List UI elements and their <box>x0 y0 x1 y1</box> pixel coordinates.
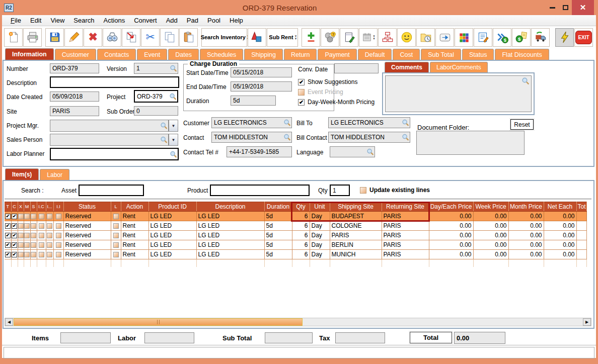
col-i1[interactable]: I... <box>46 202 53 212</box>
grid-row-3[interactable]: ✔ ✔ Reserved Rent LG LED LG LED 5d 6 Day… <box>5 231 586 240</box>
col-t[interactable]: T <box>5 202 11 212</box>
row-checkbox[interactable] <box>31 214 36 219</box>
save-button[interactable] <box>45 28 64 47</box>
language-field[interactable] <box>330 146 375 157</box>
col-duration[interactable]: Duration <box>264 202 292 212</box>
row-checkbox[interactable] <box>47 233 52 238</box>
contact-search-icon[interactable] <box>283 134 291 141</box>
add-line-button[interactable] <box>302 28 320 47</box>
horizontal-scrollbar[interactable]: ◀ ▶ <box>5 318 591 326</box>
product-search-input[interactable] <box>210 185 310 196</box>
smiley-button[interactable] <box>397 28 416 47</box>
col-s[interactable]: S <box>30 202 37 212</box>
close-button[interactable]: ✕ <box>572 0 594 15</box>
row-checkbox[interactable]: ✔ <box>12 252 17 257</box>
asset-search-input[interactable] <box>79 185 144 196</box>
row-checkbox[interactable]: ✔ <box>12 214 17 219</box>
project-field[interactable]: ORD-379 <box>134 90 178 103</box>
key-forward-button[interactable] <box>435 28 454 47</box>
col-status[interactable]: Status <box>63 202 111 212</box>
bill-contact-search-icon[interactable] <box>402 134 409 141</box>
row-checkbox[interactable] <box>113 223 119 229</box>
dwm-pricing-checkbox[interactable]: ✔ <box>298 99 305 106</box>
row-checkbox[interactable] <box>18 242 24 248</box>
row-checkbox[interactable] <box>18 223 24 229</box>
group-help-button[interactable]: ? <box>321 28 339 47</box>
row-checkbox[interactable] <box>24 233 30 238</box>
row-checkbox[interactable]: ✔ <box>12 242 17 248</box>
row-checkbox[interactable] <box>24 214 30 219</box>
col-x[interactable]: X <box>18 202 24 212</box>
scroll-right-button[interactable]: ▶ <box>583 318 591 326</box>
row-checkbox[interactable] <box>39 242 44 248</box>
exit-button[interactable]: EXIT <box>574 28 593 47</box>
project-mgr-search-icon[interactable] <box>160 122 168 130</box>
sales-person-field[interactable] <box>50 134 169 146</box>
tab-information[interactable]: Information <box>5 48 54 60</box>
tab-cost[interactable]: Cost <box>393 49 420 60</box>
project-search-icon[interactable] <box>169 93 177 100</box>
col-month-price[interactable]: Month Price <box>508 202 544 212</box>
reset-button[interactable]: Reset <box>510 119 534 130</box>
org-chart-button[interactable] <box>378 28 397 47</box>
col-day-each-price[interactable]: Day/Each Price <box>429 202 473 212</box>
tab-payment[interactable]: Payment <box>318 49 356 60</box>
col-ic[interactable]: I.C <box>37 202 46 212</box>
menu-file[interactable]: File <box>6 16 26 25</box>
row-checkbox[interactable] <box>31 233 36 238</box>
row-checkbox[interactable] <box>39 223 44 229</box>
row-checkbox[interactable] <box>113 214 119 219</box>
row-checkbox[interactable] <box>56 214 61 219</box>
row-checkbox[interactable]: ✔ <box>5 214 11 219</box>
row-checkbox[interactable] <box>24 252 30 257</box>
sub-rent-dropdown[interactable]: ▾▾ <box>295 35 297 40</box>
conv-date-field[interactable] <box>334 63 379 73</box>
menu-edit[interactable]: Edit <box>26 16 46 25</box>
quick-action-button[interactable] <box>555 28 574 47</box>
menu-pool[interactable]: Pool <box>203 16 225 25</box>
row-checkbox[interactable] <box>18 233 24 238</box>
maximize-button[interactable] <box>559 1 572 14</box>
row-checkbox[interactable]: ✔ <box>12 233 17 238</box>
menu-pad[interactable]: Pad <box>182 16 203 25</box>
folder-history-button[interactable] <box>416 28 435 47</box>
cut-button[interactable]: ✂ <box>141 28 160 47</box>
version-search-icon[interactable] <box>170 65 177 72</box>
row-checkbox[interactable] <box>39 214 44 219</box>
menu-view[interactable]: View <box>46 16 69 25</box>
scroll-left-button[interactable]: ◀ <box>5 318 13 326</box>
notepad-edit-button[interactable] <box>340 28 358 47</box>
row-checkbox[interactable] <box>31 223 36 229</box>
row-checkbox[interactable] <box>47 252 52 257</box>
row-checkbox[interactable]: ✔ <box>5 223 11 229</box>
project-mgr-field[interactable] <box>50 120 169 132</box>
number-field[interactable]: ORD-379 <box>50 63 99 73</box>
bill-contact-field[interactable]: TOM HIDDLESTON <box>328 132 410 143</box>
truck-return-button[interactable] <box>531 28 550 47</box>
print-button[interactable] <box>23 28 42 47</box>
row-checkbox[interactable] <box>56 242 61 248</box>
menu-convert[interactable]: Convert <box>129 16 162 25</box>
row-checkbox[interactable] <box>24 242 30 248</box>
money-notes-button[interactable]: $ <box>512 28 531 47</box>
tab-flat-discounts[interactable]: Flat Discounts <box>495 49 549 60</box>
row-checkbox[interactable] <box>47 214 52 219</box>
row-checkbox[interactable]: ✔ <box>5 252 11 257</box>
col-returning-site[interactable]: Returning Site <box>382 202 429 212</box>
grid-row-2[interactable]: ✔ ✔ Reserved Rent LG LED LG LED 5d 6 Day… <box>5 221 586 231</box>
row-checkbox[interactable] <box>113 233 119 238</box>
description-field[interactable] <box>50 76 179 88</box>
row-checkbox[interactable] <box>56 233 61 238</box>
labor-planner-field[interactable] <box>50 148 179 160</box>
col-c[interactable]: C <box>11 202 18 212</box>
row-checkbox[interactable] <box>18 214 24 219</box>
row-checkbox[interactable] <box>24 223 30 229</box>
row-checkbox[interactable] <box>56 252 61 257</box>
end-date-field[interactable]: 05/19/2018 <box>231 81 292 92</box>
col-unit[interactable]: Unit <box>310 202 330 212</box>
tab-customer[interactable]: Customer <box>55 49 96 60</box>
row-checkbox[interactable]: ✔ <box>5 242 11 248</box>
col-ii[interactable]: I.I <box>53 202 63 212</box>
tab-dates[interactable]: Dates <box>168 49 199 60</box>
tab-event[interactable]: Event <box>137 49 167 60</box>
